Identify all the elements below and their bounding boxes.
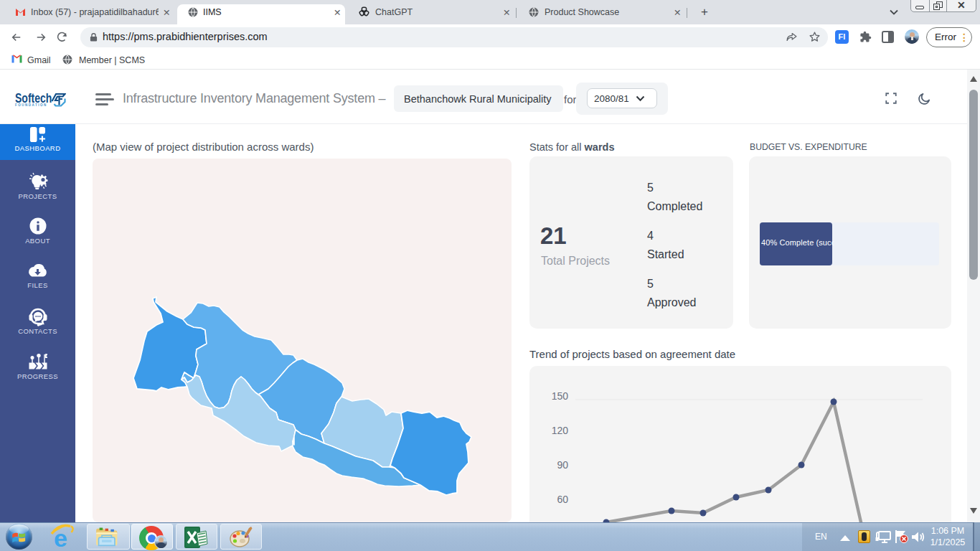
svg-text:150: 150 [552, 390, 569, 402]
svg-text:120: 120 [552, 425, 569, 436]
svg-text:90: 90 [557, 459, 568, 471]
svg-text:60: 60 [557, 494, 568, 505]
